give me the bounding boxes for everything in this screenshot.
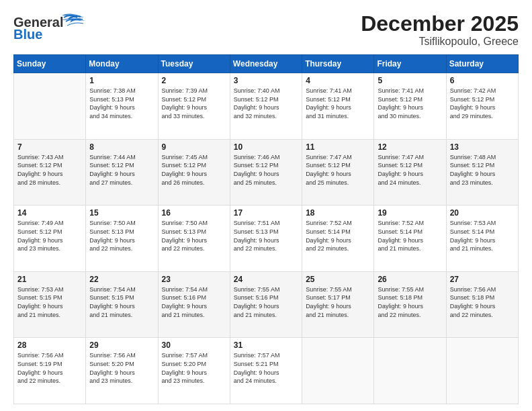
calendar-day-header: Wednesday [230,55,302,73]
day-number: 14 [17,208,82,218]
calendar-day-header: Sunday [14,55,86,73]
calendar-cell: 30Sunrise: 7:57 AM Sunset: 5:20 PM Dayli… [158,338,230,404]
day-number: 23 [162,275,226,284]
day-number: 15 [89,208,154,218]
day-info: Sunrise: 7:57 AM Sunset: 5:21 PM Dayligh… [234,351,298,385]
calendar-cell: 10Sunrise: 7:46 AM Sunset: 5:12 PM Dayli… [230,139,302,205]
day-number: 10 [234,142,298,152]
calendar-week-row: 28Sunrise: 7:56 AM Sunset: 5:19 PM Dayli… [14,338,519,404]
calendar-cell: 22Sunrise: 7:54 AM Sunset: 5:15 PM Dayli… [86,271,158,338]
day-number: 5 [378,76,442,85]
calendar-cell: 26Sunrise: 7:55 AM Sunset: 5:18 PM Dayli… [374,271,446,338]
day-info: Sunrise: 7:41 AM Sunset: 5:12 PM Dayligh… [306,87,370,120]
page: General Blue December 2025 Tsiflikopoulo… [0,0,532,411]
calendar-cell: 27Sunrise: 7:56 AM Sunset: 5:18 PM Dayli… [446,271,518,338]
calendar-cell: 5Sunrise: 7:41 AM Sunset: 5:12 PM Daylig… [374,73,446,140]
calendar-cell: 16Sunrise: 7:50 AM Sunset: 5:13 PM Dayli… [158,205,230,272]
day-number: 8 [89,142,154,152]
day-info: Sunrise: 7:55 AM Sunset: 5:17 PM Dayligh… [306,285,370,319]
calendar-cell: 28Sunrise: 7:56 AM Sunset: 5:19 PM Dayli… [14,338,86,404]
calendar-cell: 21Sunrise: 7:53 AM Sunset: 5:15 PM Dayli… [14,271,86,338]
day-number: 19 [378,208,442,218]
day-info: Sunrise: 7:47 AM Sunset: 5:12 PM Dayligh… [378,153,442,187]
calendar-week-row: 21Sunrise: 7:53 AM Sunset: 5:15 PM Dayli… [14,271,519,338]
logo: General Blue [13,12,101,42]
day-number: 12 [378,142,442,152]
svg-text:Blue: Blue [13,27,42,42]
logo-icon: General Blue [13,12,101,42]
day-number: 18 [306,208,370,218]
day-number: 20 [450,208,515,218]
day-number: 13 [450,142,515,152]
calendar-cell: 3Sunrise: 7:40 AM Sunset: 5:12 PM Daylig… [230,73,302,140]
day-info: Sunrise: 7:42 AM Sunset: 5:12 PM Dayligh… [450,87,515,120]
calendar-cell: 12Sunrise: 7:47 AM Sunset: 5:12 PM Dayli… [374,139,446,205]
day-number: 17 [234,208,298,218]
day-info: Sunrise: 7:53 AM Sunset: 5:15 PM Dayligh… [17,285,82,319]
day-info: Sunrise: 7:51 AM Sunset: 5:13 PM Dayligh… [234,219,298,253]
calendar-week-row: 1Sunrise: 7:38 AM Sunset: 5:13 PM Daylig… [14,73,519,140]
day-info: Sunrise: 7:52 AM Sunset: 5:14 PM Dayligh… [306,219,370,253]
calendar-cell: 9Sunrise: 7:45 AM Sunset: 5:12 PM Daylig… [158,139,230,205]
day-number: 7 [17,142,82,152]
calendar-cell: 18Sunrise: 7:52 AM Sunset: 5:14 PM Dayli… [302,205,374,272]
calendar-cell: 25Sunrise: 7:55 AM Sunset: 5:17 PM Dayli… [302,271,374,338]
day-number: 24 [234,275,298,284]
calendar-day-header: Thursday [302,55,374,73]
day-number: 2 [162,76,226,85]
calendar-cell: 29Sunrise: 7:56 AM Sunset: 5:20 PM Dayli… [86,338,158,404]
day-info: Sunrise: 7:53 AM Sunset: 5:14 PM Dayligh… [450,219,515,253]
page-subtitle: Tsiflikopoulo, Greece [361,36,519,48]
day-info: Sunrise: 7:57 AM Sunset: 5:20 PM Dayligh… [162,351,226,385]
logo-name: General Blue [13,12,101,42]
calendar-cell [302,338,374,404]
day-info: Sunrise: 7:46 AM Sunset: 5:12 PM Dayligh… [234,153,298,187]
day-info: Sunrise: 7:49 AM Sunset: 5:12 PM Dayligh… [17,219,82,253]
day-number: 11 [306,142,370,152]
calendar-cell: 19Sunrise: 7:52 AM Sunset: 5:14 PM Dayli… [374,205,446,272]
day-number: 30 [162,340,226,350]
calendar-cell [446,338,518,404]
calendar-cell: 31Sunrise: 7:57 AM Sunset: 5:21 PM Dayli… [230,338,302,404]
calendar-cell: 1Sunrise: 7:38 AM Sunset: 5:13 PM Daylig… [86,73,158,140]
day-info: Sunrise: 7:56 AM Sunset: 5:18 PM Dayligh… [450,285,515,319]
day-number: 27 [450,275,515,284]
day-info: Sunrise: 7:39 AM Sunset: 5:12 PM Dayligh… [162,87,226,120]
calendar-day-header: Monday [86,55,158,73]
day-info: Sunrise: 7:48 AM Sunset: 5:12 PM Dayligh… [450,153,515,187]
calendar-cell: 13Sunrise: 7:48 AM Sunset: 5:12 PM Dayli… [446,139,518,205]
day-info: Sunrise: 7:43 AM Sunset: 5:12 PM Dayligh… [17,153,82,187]
day-number: 26 [378,275,442,284]
day-info: Sunrise: 7:56 AM Sunset: 5:20 PM Dayligh… [89,351,154,385]
day-info: Sunrise: 7:52 AM Sunset: 5:14 PM Dayligh… [378,219,442,253]
calendar-cell: 7Sunrise: 7:43 AM Sunset: 5:12 PM Daylig… [14,139,86,205]
calendar-cell: 15Sunrise: 7:50 AM Sunset: 5:13 PM Dayli… [86,205,158,272]
day-info: Sunrise: 7:55 AM Sunset: 5:18 PM Dayligh… [378,285,442,319]
day-number: 3 [234,76,298,85]
day-info: Sunrise: 7:54 AM Sunset: 5:16 PM Dayligh… [162,285,226,319]
calendar-day-header: Friday [374,55,446,73]
calendar-cell: 8Sunrise: 7:44 AM Sunset: 5:12 PM Daylig… [86,139,158,205]
calendar-cell: 4Sunrise: 7:41 AM Sunset: 5:12 PM Daylig… [302,73,374,140]
calendar-week-row: 7Sunrise: 7:43 AM Sunset: 5:12 PM Daylig… [14,139,519,205]
calendar-cell: 2Sunrise: 7:39 AM Sunset: 5:12 PM Daylig… [158,73,230,140]
day-info: Sunrise: 7:50 AM Sunset: 5:13 PM Dayligh… [89,219,154,253]
calendar-cell: 24Sunrise: 7:55 AM Sunset: 5:16 PM Dayli… [230,271,302,338]
calendar-cell: 6Sunrise: 7:42 AM Sunset: 5:12 PM Daylig… [446,73,518,140]
day-number: 9 [162,142,226,152]
day-info: Sunrise: 7:38 AM Sunset: 5:13 PM Dayligh… [89,87,154,120]
day-info: Sunrise: 7:41 AM Sunset: 5:12 PM Dayligh… [378,87,442,120]
day-number: 21 [17,275,82,284]
calendar-day-header: Saturday [446,55,518,73]
day-number: 29 [89,340,154,350]
day-number: 4 [306,76,370,85]
day-number: 16 [162,208,226,218]
calendar-day-header: Tuesday [158,55,230,73]
day-info: Sunrise: 7:44 AM Sunset: 5:12 PM Dayligh… [89,153,154,187]
calendar-cell [14,73,86,140]
day-number: 31 [234,340,298,350]
calendar-table: SundayMondayTuesdayWednesdayThursdayFrid… [13,54,519,404]
page-title: December 2025 [361,12,519,36]
day-number: 22 [89,275,154,284]
calendar-cell: 14Sunrise: 7:49 AM Sunset: 5:12 PM Dayli… [14,205,86,272]
